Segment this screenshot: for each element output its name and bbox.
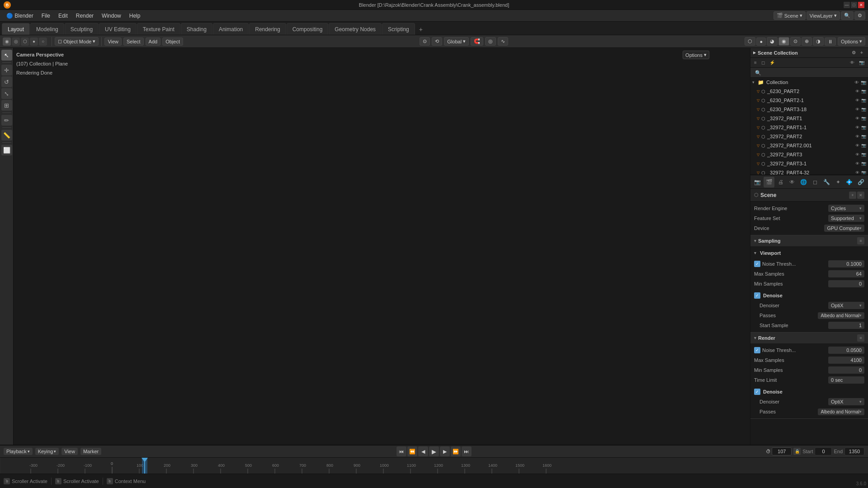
- render-denoise-checkbox[interactable]: ✓: [754, 389, 760, 395]
- menu-blender[interactable]: 🔵 Blender: [3, 12, 37, 20]
- tool-add-cube[interactable]: ⬜: [1, 145, 12, 155]
- item-vis-toggle[interactable]: 👁: [855, 125, 859, 130]
- sampling-section-header[interactable]: ▾ Sampling ≡: [750, 235, 868, 246]
- proportional-edit[interactable]: ◎: [485, 37, 496, 46]
- pause-render-btn[interactable]: ⏸: [825, 38, 836, 46]
- outliner-eye-col[interactable]: 👁: [848, 59, 856, 66]
- menu-file[interactable]: File: [38, 12, 54, 20]
- outliner-filter-toggle[interactable]: ⚡: [768, 59, 777, 66]
- item-vis-toggle[interactable]: 👁: [855, 161, 859, 166]
- viewport-noise-thresh-checkbox[interactable]: ✓: [754, 261, 760, 267]
- render-passes-dropdown[interactable]: Albedo and Normal: [818, 408, 864, 415]
- outliner-item-32972-part3[interactable]: ▽ ⬡ _32972_PART3 👁 📷: [750, 150, 868, 159]
- item-vis-toggle[interactable]: 👁: [855, 107, 859, 112]
- viewport-denoise-checkbox[interactable]: ✓: [754, 292, 760, 299]
- viewport-options-btn[interactable]: Options ▾: [683, 51, 709, 59]
- tab-uv-editing[interactable]: UV Editing: [99, 23, 137, 35]
- item-render-toggle[interactable]: 📷: [861, 116, 866, 121]
- outliner-view-btn[interactable]: ≡: [752, 59, 759, 66]
- prop-icon-render[interactable]: 📷: [752, 177, 763, 188]
- tab-sculpting[interactable]: Sculpting: [65, 23, 99, 35]
- tool-move[interactable]: ✛: [1, 65, 12, 75]
- item-render-toggle[interactable]: 📷: [861, 170, 866, 175]
- prop-icon-physics[interactable]: 💠: [844, 177, 854, 188]
- start-frame-input[interactable]: [815, 447, 832, 455]
- viewport-xray[interactable]: ◑: [813, 37, 824, 46]
- close-button[interactable]: ✕: [858, 2, 864, 8]
- tool-scale[interactable]: ⤡: [1, 88, 12, 99]
- transform-orientation[interactable]: Global ▾: [444, 37, 469, 46]
- item-vis-toggle[interactable]: 👁: [855, 134, 859, 139]
- render-max-samples-value[interactable]: 4100: [828, 357, 864, 364]
- next-frame-button[interactable]: ▶: [440, 446, 450, 456]
- view-menu[interactable]: View: [104, 38, 122, 46]
- tab-layout[interactable]: Layout: [2, 23, 30, 35]
- timeline-marker-menu[interactable]: Marker: [80, 448, 101, 455]
- tab-scripting[interactable]: Scripting: [382, 23, 415, 35]
- toolbar-icon-5[interactable]: ○: [39, 38, 47, 46]
- outliner-select-btn[interactable]: ◻: [760, 59, 767, 66]
- prop-icon-view[interactable]: 👁: [787, 177, 797, 188]
- item-render-toggle[interactable]: 📷: [861, 134, 866, 139]
- timeline-view-menu[interactable]: View: [61, 448, 78, 455]
- device-dropdown[interactable]: GPU Compute: [824, 225, 864, 232]
- outliner-item-6230-part2-1[interactable]: ▽ ⬡ _6230_PART2-1 👁 📷: [750, 96, 868, 105]
- outliner-item-32972-part4-32[interactable]: ▽ ⬡ _32972_PART4-32 👁 📷: [750, 168, 868, 175]
- select-menu[interactable]: Select: [123, 38, 144, 46]
- tab-shading[interactable]: Shading: [181, 23, 212, 35]
- tool-measure[interactable]: 📏: [1, 130, 12, 141]
- maximize-button[interactable]: □: [851, 2, 857, 8]
- minimize-button[interactable]: —: [844, 2, 850, 8]
- curve-icon[interactable]: ∿: [498, 37, 508, 46]
- outliner-render-col[interactable]: 📷: [857, 59, 866, 66]
- timeline-keying-menu[interactable]: Keying ▾: [35, 448, 59, 455]
- item-vis-toggle[interactable]: 👁: [855, 89, 859, 94]
- scene-unlink-btn[interactable]: ✕: [857, 192, 864, 199]
- prop-icon-modifier[interactable]: 🔧: [821, 177, 831, 188]
- render-noise-thresh-value[interactable]: 0.0500: [828, 347, 864, 354]
- snap-toggle[interactable]: 🧲: [471, 37, 483, 46]
- toolbar-icon-1[interactable]: ◉: [3, 38, 11, 46]
- item-vis-toggle[interactable]: 👁: [855, 143, 859, 148]
- add-menu[interactable]: Add: [146, 38, 161, 46]
- viewport-noise-thresh-value[interactable]: 0.1000: [828, 260, 864, 267]
- prop-icon-output[interactable]: 🖨: [775, 177, 786, 188]
- jump-start-button[interactable]: ⏮: [396, 446, 406, 456]
- jump-end-button[interactable]: ⏭: [462, 446, 472, 456]
- options-button[interactable]: Options ▾: [838, 37, 865, 46]
- tab-animation[interactable]: Animation: [213, 23, 249, 35]
- menu-help[interactable]: Help: [126, 12, 144, 20]
- current-frame-input[interactable]: [772, 447, 792, 455]
- viewport-min-samples-value[interactable]: 0: [828, 280, 864, 287]
- prop-icon-object[interactable]: ◻: [810, 177, 820, 188]
- render-denoiser-dropdown[interactable]: OptiX: [828, 398, 864, 405]
- scene-selector[interactable]: 🎬 Scene ▾: [774, 11, 806, 20]
- viewport-shading-lpe[interactable]: ◕: [767, 37, 778, 46]
- viewport[interactable]: ⊕ ⊖ ⟲ 📷 🖐 ⊙ Camera Perspective (107) Col…: [14, 48, 750, 445]
- preferences-button[interactable]: ⚙: [854, 11, 865, 20]
- render-options-btn[interactable]: ≡: [857, 334, 864, 342]
- collection-render-toggle[interactable]: 📷: [861, 80, 866, 85]
- outliner-item-6230-part2[interactable]: ▽ ⬡ _6230_PART2 👁 📷: [750, 87, 868, 96]
- add-workspace-button[interactable]: +: [415, 24, 426, 35]
- tab-rendering[interactable]: Rendering: [249, 23, 286, 35]
- item-render-toggle[interactable]: 📷: [861, 98, 866, 103]
- outliner-item-32972-part3-1[interactable]: ▽ ⬡ _32972_PART3-1 👁 📷: [750, 159, 868, 168]
- prev-frame-button[interactable]: ◀: [418, 446, 428, 456]
- tab-compositing[interactable]: Compositing: [287, 23, 329, 35]
- viewport-gizmo-toggle[interactable]: ⊕: [802, 37, 812, 46]
- timeline-ruler[interactable]: -300 -200 -100 0 100 200 300 400: [0, 458, 868, 474]
- viewport-shading-render[interactable]: ◉: [778, 37, 789, 46]
- collection-vis-toggle[interactable]: 👁: [854, 80, 859, 85]
- outliner-search-input[interactable]: [752, 69, 866, 76]
- tab-texture-paint[interactable]: Texture Paint: [137, 23, 180, 35]
- outliner-new-collection-btn[interactable]: +: [858, 49, 865, 56]
- menu-edit[interactable]: Edit: [55, 12, 71, 20]
- item-render-toggle[interactable]: 📷: [861, 161, 866, 166]
- tool-rotate[interactable]: ↺: [1, 76, 12, 87]
- mode-selector[interactable]: ◻ Object Mode ▾: [55, 37, 99, 46]
- item-vis-toggle[interactable]: 👁: [855, 116, 859, 121]
- sampling-options-btn[interactable]: ≡: [857, 237, 864, 244]
- outliner-item-32972-part2-001[interactable]: ▽ ⬡ _32972_PART2.001 👁 📷: [750, 141, 868, 150]
- viewport-overlay[interactable]: ⊙: [790, 37, 801, 46]
